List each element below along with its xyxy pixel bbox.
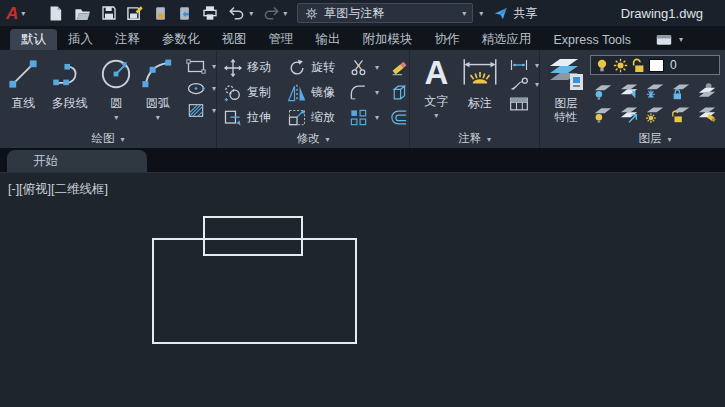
tab-featured-apps[interactable]: 精选应用 (471, 29, 543, 50)
text-button[interactable]: A 文字 ▾ (416, 50, 457, 120)
panel-title-annotate[interactable]: 注释 ▾ (410, 131, 539, 146)
leader-button[interactable]: ▾ (509, 76, 539, 92)
lightbulb-icon (595, 58, 609, 73)
scale-button[interactable]: 缩放 (287, 108, 349, 128)
mobile-save-icon (177, 5, 192, 22)
tab-output[interactable]: 输出 (305, 29, 352, 50)
layer-freeze-button[interactable] (645, 82, 665, 100)
panel-title-layers[interactable]: 图层 ▾ (590, 131, 720, 146)
chevron-down-icon: ▾ (535, 61, 539, 70)
move-button[interactable]: 移动 (223, 58, 287, 78)
tab-annotate[interactable]: 注释 (104, 29, 151, 50)
chevron-down-icon: ▾ (487, 135, 491, 144)
layer-unisolate-button[interactable] (619, 105, 639, 123)
ribbon-collapse-button[interactable]: ▾ (656, 29, 683, 50)
application-menu-button[interactable]: A ▾ (6, 5, 25, 22)
autocad-logo-icon: A (6, 5, 18, 22)
linear-dimension-button[interactable]: ▾ (509, 58, 539, 72)
save-button[interactable] (101, 5, 117, 21)
layer-thaw-button[interactable] (645, 105, 665, 123)
dimension-button[interactable]: 标注 (457, 50, 503, 120)
offset-icon (389, 108, 409, 127)
file-tab-bar: 开始 (0, 148, 725, 172)
save-to-web-mobile-button[interactable] (177, 5, 192, 22)
text-icon: A (424, 56, 448, 90)
paper-plane-icon (493, 6, 509, 21)
array-button[interactable]: ▾ (349, 108, 389, 127)
linear-dimension-icon (509, 58, 529, 72)
move-icon (223, 58, 243, 78)
layer-dropdown[interactable]: 0 (590, 55, 720, 75)
mirror-button[interactable]: 镜像 (287, 83, 349, 103)
tab-view[interactable]: 视图 (211, 29, 258, 50)
redo-button[interactable]: ▾ (262, 6, 287, 21)
plot-button[interactable] (201, 5, 219, 21)
tab-parametric[interactable]: 参数化 (151, 29, 211, 50)
new-file-icon (47, 5, 64, 22)
chevron-down-icon: ▾ (434, 111, 438, 120)
chevron-down-icon: ▾ (375, 113, 379, 122)
panel-title-draw[interactable]: 绘图 ▾ (0, 131, 216, 146)
array-icon (349, 108, 368, 127)
tab-default[interactable]: 默认 (10, 29, 57, 50)
line-icon (6, 56, 40, 92)
chevron-down-icon: ▾ (462, 9, 466, 18)
tab-manage[interactable]: 管理 (258, 29, 305, 50)
dimension-icon (459, 56, 501, 92)
qat-customize-button[interactable]: ▾ (479, 9, 483, 18)
trim-button[interactable]: ▾ (349, 58, 389, 77)
layer-properties-button[interactable]: 图层特性 (544, 54, 588, 125)
redo-arrow-icon (262, 6, 280, 21)
trim-scissors-icon (349, 58, 368, 77)
undo-arrow-icon (228, 6, 246, 21)
tab-insert[interactable]: 插入 (57, 29, 104, 50)
chevron-down-icon: ▾ (679, 35, 683, 44)
tab-express-tools[interactable]: Express Tools (543, 29, 643, 50)
rectangle-tool-button[interactable]: ▾ (186, 58, 216, 75)
open-file-button[interactable] (73, 5, 92, 22)
copy-button[interactable]: 复制 (223, 83, 287, 103)
chevron-down-icon: ▾ (21, 9, 25, 18)
line-button[interactable]: 直线 (4, 50, 43, 112)
tab-addins[interactable]: 附加模块 (352, 29, 424, 50)
layer-off-button[interactable] (593, 82, 613, 100)
table-button[interactable] (509, 96, 539, 112)
rotate-button[interactable]: 旋转 (287, 58, 349, 78)
fillet-button[interactable]: ▾ (349, 83, 389, 102)
workspace-selector[interactable]: 草图与注释 ▾ (297, 3, 473, 23)
viewport-controls[interactable]: [-][俯视][二维线框] (8, 181, 108, 198)
open-from-web-mobile-button[interactable] (153, 5, 168, 22)
explode-box-icon (389, 83, 409, 102)
gear-icon (304, 6, 319, 21)
layer-lock-button[interactable] (671, 82, 691, 100)
layer-isolate-button[interactable] (619, 82, 639, 100)
new-file-button[interactable] (47, 5, 64, 22)
drawing-canvas[interactable]: [-][俯视][二维线框] (0, 172, 725, 407)
polyline-button[interactable]: 多段线 (43, 50, 97, 112)
circle-icon (98, 56, 134, 92)
file-tab-start[interactable]: 开始 (7, 150, 147, 172)
title-bar: A ▾ (0, 0, 725, 26)
drawn-rectangle[interactable] (152, 238, 357, 344)
table-icon (509, 96, 529, 112)
undo-button[interactable]: ▾ (228, 6, 253, 21)
layer-on-button[interactable] (593, 105, 613, 123)
panel-draw: 直线 多段线 圆 ▾ 圆弧 ▾ (0, 50, 217, 148)
unlock-icon (632, 58, 645, 73)
layer-unlock-button[interactable] (671, 105, 691, 123)
save-as-button[interactable] (126, 5, 144, 22)
chevron-down-icon: ▾ (535, 80, 539, 89)
layer-match-button[interactable] (697, 105, 717, 123)
circle-button[interactable]: 圆 ▾ (97, 50, 136, 122)
panel-title-modify[interactable]: 修改 ▾ (217, 131, 409, 146)
share-button[interactable]: 共享 (493, 5, 537, 22)
stretch-button[interactable]: 拉伸 (223, 108, 287, 128)
hatch-tool-button[interactable]: ▾ (186, 102, 216, 119)
layer-make-current-button[interactable] (697, 82, 717, 100)
ellipse-tool-button[interactable]: ▾ (186, 80, 216, 97)
sun-icon (613, 58, 628, 73)
tab-collaborate[interactable]: 协作 (424, 29, 471, 50)
arc-button[interactable]: 圆弧 ▾ (136, 50, 180, 122)
printer-icon (201, 5, 219, 21)
layer-color-swatch (649, 59, 664, 72)
